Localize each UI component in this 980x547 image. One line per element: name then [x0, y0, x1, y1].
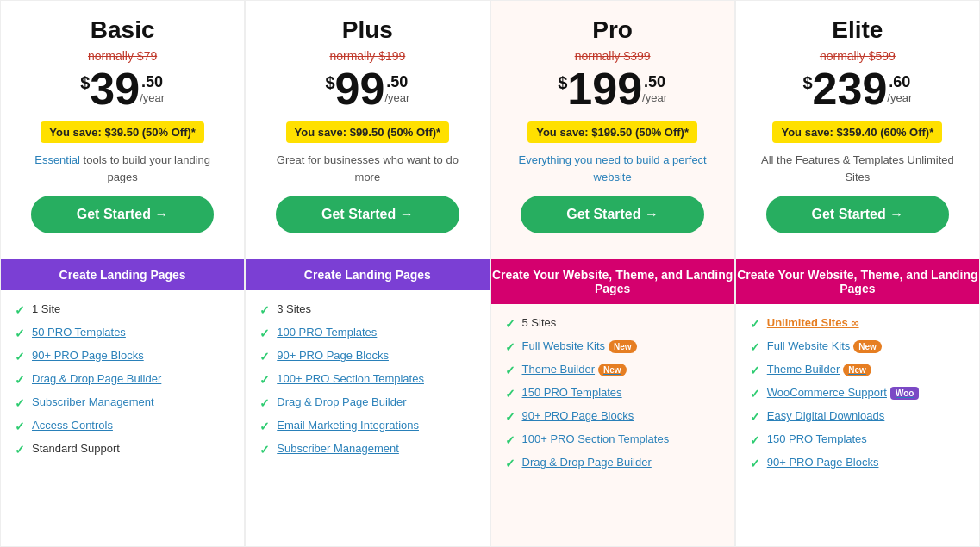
checkmark-icon: ✓ — [505, 364, 515, 377]
checkmark-icon: ✓ — [15, 350, 25, 364]
feature-text-pro-5[interactable]: 100+ PRO Section Templates — [522, 432, 670, 445]
checkmark-icon: ✓ — [259, 326, 270, 340]
feature-text-basic-0: 1 Site — [32, 302, 60, 315]
get-started-btn-pro[interactable]: Get Started → — [521, 196, 704, 233]
plan-col-pro: Pronormally $399$199.50/yearYou save: $1… — [490, 0, 735, 547]
checkmark-icon: ✓ — [750, 410, 760, 424]
feature-item-pro-4: ✓90+ PRO Page Blocks — [505, 409, 721, 424]
feature-text-basic-2[interactable]: 90+ PRO Page Blocks — [32, 349, 144, 362]
plan-price-row-plus: $99.50/year — [259, 66, 475, 111]
feature-item-elite-3: ✓WooCommerce SupportWoo — [750, 386, 965, 401]
feature-item-pro-3: ✓150 PRO Templates — [505, 386, 721, 401]
plan-dollar-basic: $ — [80, 73, 90, 93]
get-started-btn-elite[interactable]: Get Started → — [766, 196, 950, 233]
feature-item-plus-3: ✓100+ PRO Section Templates — [259, 372, 475, 387]
plan-amount-plus: 99 — [335, 66, 385, 111]
feature-item-basic-0: ✓1 Site — [15, 302, 230, 317]
checkmark-icon: ✓ — [750, 340, 760, 354]
checkmark-icon: ✓ — [15, 396, 25, 410]
plan-price-row-basic: $39.50/year — [15, 66, 230, 111]
section-banner-pro: Create Your Website, Theme, and Landing … — [491, 259, 734, 304]
feature-text-elite-4[interactable]: Easy Digital Downloads — [767, 409, 885, 422]
plan-price-row-pro: $199.50/year — [505, 66, 721, 111]
plan-cents-year-plus: .50/year — [384, 73, 409, 104]
feature-text-plus-5[interactable]: Email Marketing Integrations — [277, 419, 419, 432]
feature-item-elite-6: ✓90+ PRO Page Blocks — [750, 456, 965, 470]
plan-savings-basic: You save: $39.50 (50% Off)* — [41, 121, 204, 143]
feature-text-plus-4[interactable]: Drag & Drop Page Builder — [277, 395, 406, 408]
feature-text-pro-3[interactable]: 150 PRO Templates — [522, 386, 622, 399]
feature-text-pro-0: 5 Sites — [522, 316, 557, 329]
feature-text-elite-3[interactable]: WooCommerce SupportWoo — [767, 386, 920, 399]
feature-text-pro-4[interactable]: 90+ PRO Page Blocks — [522, 409, 634, 422]
feature-text-elite-6[interactable]: 90+ PRO Page Blocks — [767, 456, 879, 469]
feature-text-plus-1[interactable]: 100 PRO Templates — [277, 326, 377, 339]
plan-name-pro: Pro — [505, 16, 721, 44]
plan-header-plus: Plusnormally $199$99.50/yearYou save: $9… — [246, 1, 489, 259]
woo-badge: Woo — [890, 387, 919, 400]
plan-original-price-basic: normally $79 — [15, 49, 230, 63]
plan-header-basic: Basicnormally $79$39.50/yearYou save: $3… — [1, 1, 244, 259]
features-list-basic: ✓1 Site✓50 PRO Templates✓90+ PRO Page Bl… — [1, 290, 244, 546]
checkmark-icon: ✓ — [505, 433, 515, 447]
feature-item-basic-1: ✓50 PRO Templates — [15, 326, 230, 340]
feature-text-elite-0: Unlimited Sites ∞ — [767, 316, 859, 329]
plan-original-price-plus: normally $199 — [259, 49, 475, 63]
checkmark-icon: ✓ — [259, 350, 270, 364]
checkmark-icon: ✓ — [750, 433, 760, 447]
feature-item-elite-4: ✓Easy Digital Downloads — [750, 409, 965, 424]
feature-item-elite-2: ✓Theme BuilderNew — [750, 363, 965, 377]
feature-text-basic-3[interactable]: Drag & Drop Page Builder — [32, 372, 161, 385]
feature-item-plus-6: ✓Subscriber Management — [259, 442, 475, 457]
plan-cents-year-pro: .50/year — [642, 73, 667, 104]
checkmark-icon: ✓ — [259, 303, 270, 317]
plan-original-price-pro: normally $399 — [505, 49, 721, 63]
feature-item-pro-1: ✓Full Website KitsNew — [505, 339, 721, 354]
plan-desc-basic: Essential tools to build your landing pa… — [15, 152, 230, 185]
checkmark-icon: ✓ — [505, 340, 515, 354]
checkmark-icon: ✓ — [259, 420, 270, 433]
plan-name-elite: Elite — [750, 16, 965, 44]
feature-text-elite-2[interactable]: Theme BuilderNew — [767, 363, 871, 376]
plan-dollar-plus: $ — [325, 73, 334, 93]
checkmark-icon: ✓ — [259, 373, 270, 387]
get-started-btn-basic[interactable]: Get Started → — [31, 196, 215, 233]
plan-savings-plus: You save: $99.50 (50% Off)* — [286, 121, 450, 143]
feature-item-plus-2: ✓90+ PRO Page Blocks — [259, 349, 475, 364]
feature-text-basic-5[interactable]: Access Controls — [32, 419, 113, 432]
plan-amount-pro: 199 — [567, 66, 642, 111]
checkmark-icon: ✓ — [259, 443, 270, 457]
new-badge: New — [843, 364, 871, 376]
checkmark-icon: ✓ — [750, 317, 760, 331]
feature-text-plus-6[interactable]: Subscriber Management — [277, 442, 399, 455]
feature-text-elite-5[interactable]: 150 PRO Templates — [767, 432, 867, 445]
new-badge: New — [853, 340, 882, 353]
plan-header-pro: Pronormally $399$199.50/yearYou save: $1… — [491, 1, 734, 259]
plan-name-plus: Plus — [259, 16, 475, 44]
plan-col-basic: Basicnormally $79$39.50/yearYou save: $3… — [0, 0, 245, 547]
feature-item-basic-6: ✓Standard Support — [15, 442, 230, 457]
feature-text-plus-3[interactable]: 100+ PRO Section Templates — [277, 372, 424, 385]
plan-dollar-pro: $ — [558, 73, 567, 93]
feature-text-pro-2[interactable]: Theme BuilderNew — [522, 363, 627, 376]
plan-desc-elite: All the Features & Templates Unlimited S… — [750, 152, 965, 185]
feature-text-plus-2[interactable]: 90+ PRO Page Blocks — [277, 349, 389, 362]
feature-item-pro-5: ✓100+ PRO Section Templates — [505, 432, 721, 447]
get-started-btn-plus[interactable]: Get Started → — [276, 196, 459, 233]
feature-item-plus-1: ✓100 PRO Templates — [259, 326, 475, 340]
plan-cents-year-basic: .50/year — [140, 73, 165, 104]
plan-price-row-elite: $239.60/year — [750, 66, 965, 111]
feature-text-pro-6[interactable]: Drag & Drop Page Builder — [522, 456, 652, 469]
features-list-pro: ✓5 Sites✓Full Website KitsNew✓Theme Buil… — [491, 304, 734, 546]
feature-item-elite-0: ✓Unlimited Sites ∞ — [750, 316, 965, 331]
feature-text-elite-1[interactable]: Full Website KitsNew — [767, 339, 882, 352]
feature-text-pro-1[interactable]: Full Website KitsNew — [522, 339, 637, 352]
plan-dollar-elite: $ — [802, 73, 812, 93]
checkmark-icon: ✓ — [259, 396, 270, 410]
plan-col-plus: Plusnormally $199$99.50/yearYou save: $9… — [245, 0, 490, 547]
section-banner-elite: Create Your Website, Theme, and Landing … — [736, 259, 979, 304]
feature-text-basic-4[interactable]: Subscriber Management — [32, 395, 154, 408]
checkmark-icon: ✓ — [15, 326, 25, 340]
feature-item-pro-0: ✓5 Sites — [505, 316, 721, 331]
feature-text-basic-1[interactable]: 50 PRO Templates — [32, 326, 126, 339]
